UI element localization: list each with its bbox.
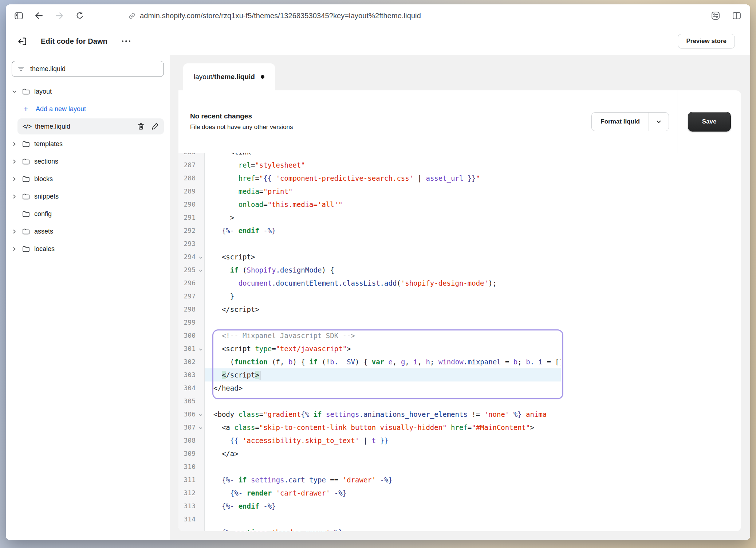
line-number: 302	[178, 355, 205, 368]
code-line[interactable]: 296 document.documentElement.classList.a…	[178, 277, 741, 290]
code-line[interactable]: 295 if (Shopify.designMode) {	[178, 263, 741, 277]
code-line[interactable]: 300 <!-- Mixpanel Javascript SDK -->	[178, 329, 741, 342]
code-line[interactable]: 312 {%- render 'cart-drawer' -%}	[178, 486, 741, 500]
folder-icon	[22, 192, 30, 201]
chevron-right-icon[interactable]	[12, 194, 17, 199]
status-title: No recent changes	[190, 112, 591, 120]
sidebar-item-snippets[interactable]: snippets	[6, 188, 170, 205]
code-line[interactable]: 311 {%- if settings.cart_type == 'drawer…	[178, 473, 741, 486]
folder-icon	[22, 227, 30, 236]
code-line[interactable]: 287 rel="stylesheet"	[178, 158, 741, 172]
code-line[interactable]: 297 }	[178, 290, 741, 303]
line-number: 309	[178, 447, 205, 460]
chevron-right-icon[interactable]	[12, 229, 17, 234]
code-line[interactable]: 288 href="{{ 'component-predictive-searc…	[178, 172, 741, 185]
folder-icon	[22, 210, 30, 218]
sidebar-item-theme-liquid[interactable]: </> theme.liquid	[17, 118, 164, 134]
line-number: 289	[178, 185, 205, 198]
code-line[interactable]: 310	[178, 460, 741, 473]
split-view-icon[interactable]	[731, 9, 743, 22]
chevron-down-icon[interactable]	[12, 89, 17, 94]
line-number	[178, 526, 205, 531]
reload-icon[interactable]	[74, 9, 86, 22]
code-line[interactable]: 314	[178, 513, 741, 526]
code-line[interactable]: 301 <script type="text/javascript">	[178, 342, 741, 355]
code-line[interactable]: 309 </a>	[178, 447, 741, 460]
folder-label: blocks	[34, 175, 53, 183]
save-button[interactable]: Save	[688, 112, 731, 132]
add-layout-label: Add a new layout	[36, 105, 86, 113]
fold-chevron-icon[interactable]	[198, 426, 203, 430]
sidebar-item-locales[interactable]: locales	[6, 240, 170, 258]
folder-label: config	[34, 210, 52, 218]
folder-icon	[22, 175, 30, 183]
code-line[interactable]: 294 <script>	[178, 250, 741, 263]
sidebar-item-templates[interactable]: templates	[6, 135, 170, 153]
add-new-layout-link[interactable]: + Add a new layout	[6, 100, 170, 118]
sidebar-item-assets[interactable]: assets	[6, 223, 170, 240]
tab-theme-liquid[interactable]: layout/theme.liquid	[183, 63, 275, 90]
folder-icon	[22, 157, 30, 166]
file-search[interactable]	[12, 61, 164, 77]
code-line[interactable]: {% sections 'header-group' %}	[178, 526, 741, 531]
sidebar-toggle-icon[interactable]	[12, 9, 25, 22]
format-liquid-button[interactable]: Format liquid	[591, 112, 669, 131]
line-number: 311	[178, 473, 205, 486]
editor-header: No recent changes File does not have any…	[178, 90, 741, 153]
format-liquid-label: Format liquid	[592, 113, 649, 131]
search-input[interactable]	[29, 65, 158, 73]
code-editor[interactable]: 286 <link287 rel="stylesheet"288 href="{…	[178, 153, 741, 531]
back-icon[interactable]	[33, 9, 45, 22]
fold-chevron-icon[interactable]	[198, 255, 203, 260]
chevron-down-icon[interactable]	[649, 113, 669, 131]
trash-icon[interactable]	[137, 122, 145, 130]
chevron-right-icon[interactable]	[12, 141, 17, 147]
sidebar-item-config[interactable]: config	[6, 205, 170, 223]
forward-icon[interactable]	[53, 9, 66, 22]
sidebar-item-layout[interactable]: layout	[6, 83, 170, 100]
code-line[interactable]: 298 </script>	[178, 303, 741, 316]
pencil-icon[interactable]	[151, 122, 159, 130]
code-line[interactable]: 304</head>	[178, 381, 741, 395]
line-number: 306	[178, 408, 205, 421]
code-line[interactable]: 313 {%- endif -%}	[178, 500, 741, 513]
line-number: 297	[178, 290, 205, 303]
code-line[interactable]: 292 {%- endif -%}	[178, 224, 741, 237]
code-line[interactable]: 303 </script>	[178, 368, 741, 381]
code-line[interactable]: 290 onload="this.media='all'"	[178, 198, 741, 211]
code-line[interactable]: 289 media="print"	[178, 185, 741, 198]
code-rows: 286 <link287 rel="stylesheet"288 href="{…	[178, 153, 741, 531]
tab-label: layout/theme.liquid	[194, 73, 255, 81]
code-line[interactable]: 286 <link	[178, 153, 741, 158]
sidebar-item-sections[interactable]: sections	[6, 153, 170, 170]
preview-store-button[interactable]: Preview store	[678, 34, 735, 48]
code-line[interactable]: 308 {{ 'accessibility.skip_to_text' | t …	[178, 434, 741, 447]
url-text: admin.shopify.com/store/rzq1xu-f5/themes…	[140, 12, 421, 20]
save-section: Save	[677, 90, 741, 153]
code-line[interactable]: 307 <a class="skip-to-content-link butto…	[178, 421, 741, 434]
code-line[interactable]: 302 (function (f, b) { if (!b.__SV) { va…	[178, 355, 741, 368]
exit-icon[interactable]	[16, 35, 28, 47]
code-line[interactable]: 305	[178, 395, 741, 408]
sidebar-item-blocks[interactable]: blocks	[6, 170, 170, 188]
more-menu-icon[interactable]	[120, 37, 133, 46]
customize-icon[interactable]	[709, 9, 722, 22]
code-line[interactable]: 299	[178, 316, 741, 329]
code-line[interactable]: 306<body class="gradient{% if settings.a…	[178, 408, 741, 421]
code-line[interactable]: 291 >	[178, 211, 741, 224]
chevron-right-icon[interactable]	[12, 159, 17, 164]
desktop: admin.shopify.com/store/rzq1xu-f5/themes…	[0, 0, 756, 548]
line-number: 293	[178, 237, 205, 250]
chevron-right-icon[interactable]	[12, 246, 17, 252]
chevron-right-icon[interactable]	[12, 176, 17, 182]
status-subtitle: File does not have any other versions	[190, 124, 591, 131]
url-bar[interactable]: admin.shopify.com/store/rzq1xu-f5/themes…	[128, 4, 421, 27]
fold-chevron-icon[interactable]	[198, 269, 203, 273]
code-line[interactable]: 293	[178, 237, 741, 250]
folder-label: layout	[34, 88, 52, 95]
line-number: 310	[178, 460, 205, 473]
line-number: 294	[178, 250, 205, 263]
folder-label: assets	[34, 228, 53, 235]
fold-chevron-icon[interactable]	[198, 413, 203, 417]
fold-chevron-icon[interactable]	[198, 347, 203, 352]
